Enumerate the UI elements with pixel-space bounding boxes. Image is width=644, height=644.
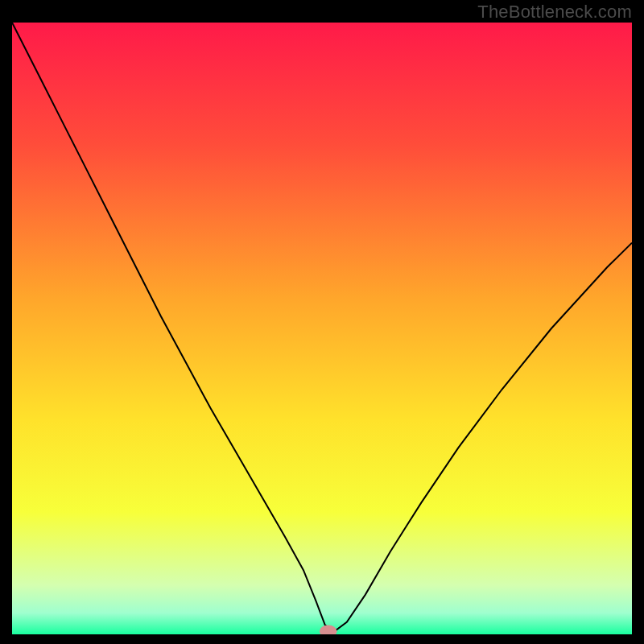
- bottleneck-chart: [12, 23, 632, 634]
- watermark-text: TheBottleneck.com: [477, 2, 632, 23]
- chart-background: [12, 23, 632, 634]
- chart-frame: [12, 23, 632, 634]
